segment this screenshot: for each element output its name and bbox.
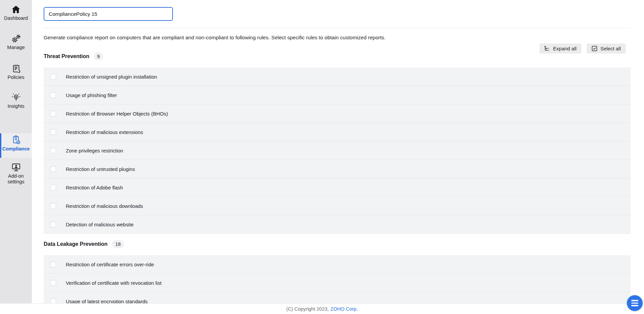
- sidebar-item-manage[interactable]: Manage: [0, 34, 32, 50]
- rule-label: Detection of malicious website: [66, 222, 134, 227]
- footer: (C) Copyright 2023, ZOHO Corp.: [0, 303, 644, 314]
- rule-row[interactable]: Restriction of malicious downloads: [44, 197, 631, 215]
- rule-label: Restriction of Browser Helper Objects (B…: [66, 111, 168, 117]
- rule-checkbox[interactable]: [50, 166, 56, 172]
- rule-row[interactable]: Restriction of certificate errors over-r…: [44, 255, 631, 274]
- rule-row[interactable]: Verification of certificate with revocat…: [44, 274, 631, 292]
- rule-checkbox[interactable]: [50, 203, 56, 209]
- sidebar-item-label: Policies: [0, 75, 32, 80]
- sidebar-item-label: Dashboard: [0, 15, 32, 21]
- expand-all-button[interactable]: Expand all: [540, 44, 581, 53]
- section-header-data-leakage-prevention: Data Leakage Prevention 18: [44, 240, 631, 248]
- data-leakage-prevention-rules-list: Restriction of certificate errors over-r…: [44, 255, 631, 311]
- rule-label: Zone privileges restriction: [66, 148, 123, 153]
- menu-fab-button[interactable]: [627, 295, 643, 311]
- sidebar-item-label: Manage: [0, 45, 32, 50]
- copyright-text: (C) Copyright 2023,: [286, 306, 329, 312]
- rule-label: Restriction of unsigned plugin installat…: [66, 74, 157, 80]
- lightbulb-icon: [0, 92, 32, 102]
- sidebar-item-addon-settings[interactable]: Add-on settings: [0, 162, 32, 185]
- rule-row[interactable]: Detection of malicious website: [44, 215, 631, 234]
- rule-count-badge: 9: [94, 52, 103, 60]
- sidebar-item-label: Compliance: [0, 146, 32, 152]
- sidebar-item-policies[interactable]: Policies: [0, 63, 32, 80]
- rule-row[interactable]: Restriction of Browser Helper Objects (B…: [44, 104, 631, 123]
- rule-row[interactable]: Usage of phishing filter: [44, 86, 631, 104]
- select-all-button[interactable]: Select all: [587, 44, 626, 53]
- rule-checkbox[interactable]: [50, 92, 56, 98]
- rule-checkbox[interactable]: [50, 262, 56, 267]
- clipboard-check-icon: [0, 135, 32, 145]
- sidebar-item-label: Add-on settings: [0, 173, 32, 185]
- toolbar: Expand all Select all: [540, 44, 626, 53]
- rule-checkbox[interactable]: [50, 111, 56, 117]
- gears-icon: [0, 34, 32, 44]
- rule-row[interactable]: Restriction of unsigned plugin installat…: [44, 68, 631, 86]
- monitor-share-icon: [0, 162, 32, 172]
- sidebar-item-label: Insights: [0, 103, 32, 109]
- rule-label: Restriction of untrusted plugins: [66, 166, 135, 172]
- section-title: Data Leakage Prevention: [44, 241, 107, 247]
- rule-label: Restriction of malicious extensions: [66, 129, 143, 135]
- sidebar: Dashboard Manage Policies: [0, 0, 32, 303]
- sidebar-item-compliance[interactable]: Compliance: [0, 133, 32, 158]
- rule-checkbox[interactable]: [50, 222, 56, 227]
- scroll-icon: [0, 63, 32, 74]
- hamburger-menu-icon: [631, 300, 638, 301]
- policy-name-input[interactable]: [44, 7, 173, 21]
- active-indicator-bar: [0, 133, 1, 158]
- rule-row[interactable]: Zone privileges restriction: [44, 141, 631, 160]
- rule-checkbox[interactable]: [50, 148, 56, 153]
- threat-prevention-rules-list: Restriction of unsigned plugin installat…: [44, 68, 631, 234]
- rule-label: Verification of certificate with revocat…: [66, 280, 162, 286]
- rule-row[interactable]: Restriction of Adobe flash: [44, 178, 631, 197]
- select-all-label: Select all: [600, 46, 621, 51]
- checkbox-checked-icon: [592, 46, 597, 51]
- rule-label: Usage of phishing filter: [66, 92, 117, 98]
- sidebar-item-insights[interactable]: Insights: [0, 92, 32, 109]
- rule-label: Restriction of certificate errors over-r…: [66, 262, 154, 267]
- rule-checkbox[interactable]: [50, 129, 56, 135]
- section-header-threat-prevention: Threat Prevention 9: [44, 52, 631, 60]
- page-description: Generate compliance report on computers …: [44, 35, 631, 41]
- rule-row[interactable]: Restriction of malicious extensions: [44, 123, 631, 141]
- section-title: Threat Prevention: [44, 53, 89, 59]
- header-divider: [44, 28, 631, 28]
- rule-checkbox[interactable]: [50, 280, 56, 286]
- expand-tree-icon: [544, 46, 550, 51]
- rule-checkbox[interactable]: [50, 185, 56, 190]
- rule-label: Restriction of Adobe flash: [66, 185, 123, 190]
- zoho-corp-link[interactable]: ZOHO Corp.: [330, 306, 358, 312]
- rule-count-badge: 18: [112, 240, 124, 248]
- sidebar-item-dashboard[interactable]: Dashboard: [0, 4, 32, 21]
- expand-all-label: Expand all: [553, 46, 577, 51]
- rule-checkbox[interactable]: [50, 74, 56, 80]
- rule-label: Restriction of malicious downloads: [66, 203, 143, 209]
- rule-row[interactable]: Restriction of untrusted plugins: [44, 160, 631, 178]
- home-icon: [0, 4, 32, 14]
